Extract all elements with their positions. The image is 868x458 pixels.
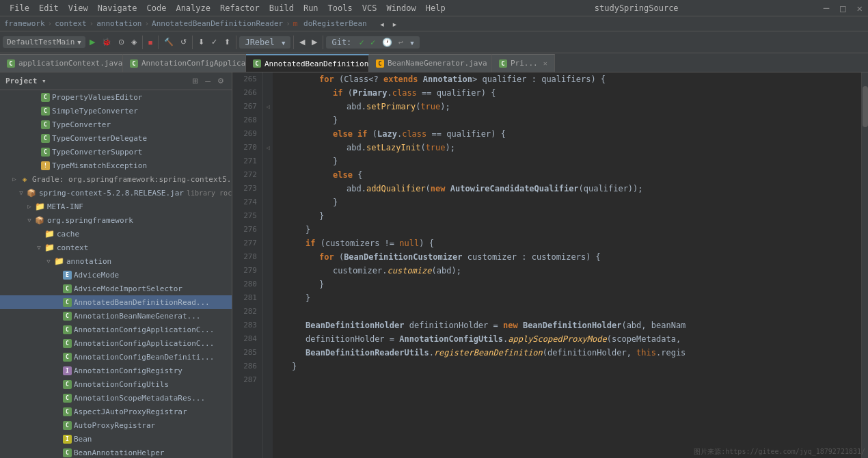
maximize-icon[interactable]: □ (840, 3, 845, 14)
list-item[interactable]: C TypeConverterSupport (0, 145, 232, 159)
tab-bean-name-generator[interactable]: C BeanNameGenerator.java ✕ (369, 54, 492, 72)
code-line-280: } (278, 278, 856, 291)
nav-forward-btn[interactable]: ▸ (389, 15, 400, 33)
code-content: 265 266 267 268 269 270 271 272 273 274 … (232, 72, 868, 458)
tab-icon-c2: C (130, 59, 138, 68)
list-item[interactable]: ▽ 📦 spring-context-5.2.8.RELEASE.jar lib… (0, 186, 232, 200)
menu-help[interactable]: Help (422, 2, 450, 14)
list-item[interactable]: 📁 cache (0, 227, 232, 241)
project-panel: Project ▾ ⊞ ─ ⚙ C PropertyValuesEditor C… (0, 72, 232, 458)
tab-pri[interactable]: C Pri... ✕ (492, 54, 555, 72)
menu-navigate[interactable]: Navigate (94, 2, 141, 14)
list-item[interactable]: C AnnotationConfigUtils (0, 377, 232, 391)
menu-code[interactable]: Code (143, 2, 171, 14)
menu-analyze[interactable]: Analyze (172, 2, 215, 14)
menu-edit[interactable]: Edit (35, 2, 63, 14)
project-panel-header: Project ▾ ⊞ ─ ⚙ (0, 72, 232, 90)
panel-gear-btn[interactable]: ⚙ (215, 76, 226, 86)
list-item[interactable]: C AnnotationConfigApplicationC... (0, 323, 232, 336)
list-item[interactable]: C AnnotatedBeanDefinitionRead... (0, 295, 232, 309)
menu-file[interactable]: File (5, 2, 33, 14)
code-editor: 265 266 267 268 269 270 271 272 273 274 … (232, 72, 868, 458)
breadcrumb-method[interactable]: m doRegisterBean (293, 19, 367, 28)
panel-settings-btn[interactable]: ⊞ (190, 76, 200, 86)
list-item[interactable]: ▷ ◈ Gradle: org.springframework:spring-c… (0, 172, 232, 186)
list-item[interactable]: ▽ 📁 context (0, 241, 232, 254)
list-item[interactable]: ▽ 📦 org.springframework (0, 213, 232, 227)
breadcrumb-framework[interactable]: framework (4, 19, 45, 28)
tab-close-5[interactable]: ✕ (543, 59, 547, 67)
minimize-icon[interactable]: ─ (824, 3, 829, 14)
list-item[interactable]: ! TypeMismatchException (0, 159, 232, 172)
profile-btn[interactable]: ◈ (128, 33, 139, 51)
class-icon: C (63, 312, 72, 321)
list-item[interactable]: C TypeConverter (0, 118, 232, 131)
list-item[interactable]: C TypeConverterDelegate (0, 131, 232, 145)
tab-application-context[interactable]: C applicationContext.java ✕ (0, 54, 123, 72)
toolbar-sep-2 (158, 36, 159, 49)
stop-button[interactable]: ■ (146, 33, 156, 51)
list-item[interactable]: C AnnotationConfigBeanDefiniti... (0, 350, 232, 364)
prev-method-btn[interactable]: ◀ (297, 33, 308, 51)
run-with-coverage-btn[interactable]: ⊙ (116, 33, 127, 51)
code-line-273: abd. addQualifier ( new AutowireCandidat… (278, 182, 856, 196)
tab-annotation-config-context[interactable]: C AnnotationConfigApplicationContext.jav… (123, 54, 246, 72)
menu-window[interactable]: Window (382, 2, 420, 14)
menu-view[interactable]: View (64, 2, 92, 14)
vcs-commit-btn[interactable]: ✓ (208, 33, 220, 51)
list-item[interactable]: C SimpleTypeConverter (0, 104, 232, 118)
toolbar-sep-4 (236, 36, 236, 49)
menu-run[interactable]: Run (299, 2, 323, 14)
git-dropdown[interactable]: Git: ✓ ✓ 🕐 ↩ ▼ (326, 36, 419, 49)
tab-label-2: AnnotationConfigApplicationContext.java (141, 59, 246, 68)
list-item[interactable]: C PropertyValuesEditor (0, 90, 232, 104)
editor-scrollbar[interactable] (861, 72, 868, 458)
debug-button[interactable]: 🐞 (99, 33, 114, 51)
git-check2-icon: ✓ (370, 38, 375, 47)
build-btn[interactable]: 🔨 (161, 33, 176, 51)
code-text-area[interactable]: for ( Class <? extends Annotation > qual… (273, 72, 861, 458)
class-icon: C (63, 380, 72, 389)
panel-collapse-btn[interactable]: ─ (203, 76, 213, 86)
list-item[interactable]: C AnnotationScopeMetadataRes... (0, 391, 232, 405)
menu-tools[interactable]: Tools (324, 2, 357, 14)
jrebel-dropdown[interactable]: JRebel ▼ (239, 36, 290, 49)
list-item[interactable]: ▽ 📁 annotation (0, 254, 232, 268)
rebuild-btn[interactable]: ↺ (178, 33, 189, 51)
menu-vcs[interactable]: VCS (358, 2, 381, 14)
list-item[interactable]: C BeanAnnotationHelper (0, 446, 232, 458)
nav-back-btn[interactable]: ◂ (377, 15, 388, 33)
folder-icon: 📁 (53, 256, 64, 266)
tab-label-3: AnnotatedBeanDefinitionReader.java (265, 59, 369, 68)
menu-build[interactable]: Build (265, 2, 298, 14)
scrollbar-thumb[interactable] (863, 86, 868, 127)
vcs-update-btn[interactable]: ⬇ (195, 33, 207, 51)
list-item[interactable]: C AnnotationConfigApplicationC... (0, 336, 232, 350)
line-numbers: 265 266 267 268 269 270 271 272 273 274 … (232, 72, 263, 458)
panel-toolbar: ⊞ ─ ⚙ (190, 76, 226, 86)
project-tree[interactable]: C PropertyValuesEditor C SimpleTypeConve… (0, 90, 232, 458)
list-item[interactable]: C AspectJAutoProxyRegistrar (0, 405, 232, 418)
class-icon: C (41, 93, 50, 102)
next-method-btn[interactable]: ▶ (309, 33, 320, 51)
breadcrumb-annotation[interactable]: annotation (96, 19, 141, 28)
jar-icon: 📦 (26, 188, 37, 198)
run-config-dropdown[interactable]: DefaultTestMain ▼ (3, 36, 85, 48)
list-item[interactable]: E AdviceMode (0, 268, 232, 282)
list-item[interactable]: C AdviceModeImportSelector (0, 282, 232, 295)
menu-refactor[interactable]: Refactor (216, 2, 264, 14)
class-icon: C (63, 325, 72, 334)
package-icon: 📦 (34, 215, 45, 225)
tab-annotated-bean-reader[interactable]: C AnnotatedBeanDefinitionReader.java ✕ (246, 54, 369, 72)
breadcrumb-reader[interactable]: AnnotatedBeanDefinitionReader (152, 19, 283, 28)
list-item[interactable]: C AnnotationBeanNameGenerat... (0, 309, 232, 323)
list-item[interactable]: I AnnotationConfigRegistry (0, 364, 232, 377)
list-item[interactable]: C AutoProxyRegistrar (0, 418, 232, 432)
close-icon[interactable]: ✕ (857, 3, 863, 14)
list-item[interactable]: I Bean (0, 432, 232, 446)
breadcrumb-context[interactable]: context (55, 19, 86, 28)
vcs-push-btn[interactable]: ⬆ (221, 33, 233, 51)
list-item[interactable]: ▷ 📁 META-INF (0, 200, 232, 213)
run-button[interactable]: ▶ (87, 33, 98, 51)
code-line-282 (278, 305, 856, 319)
